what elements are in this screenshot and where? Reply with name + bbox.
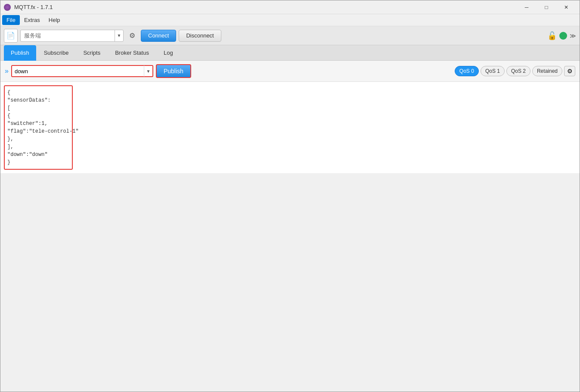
message-content[interactable]: { "sensorDatas": [ { "switcher":1, "flag… xyxy=(4,85,73,170)
topic-nav-arrow[interactable]: » xyxy=(5,67,9,75)
disconnect-button[interactable]: Disconnect xyxy=(179,30,221,42)
broker-input[interactable] xyxy=(21,32,115,39)
options-button[interactable]: ⚙ xyxy=(564,66,575,76)
tabs-bar: Publish Subscribe Scripts Broker Status … xyxy=(0,45,580,61)
publish-area: » ▼ Publish QoS 0 QoS 1 QoS 2 Retained ⚙… xyxy=(0,61,580,173)
qos-group: QoS 0 QoS 1 QoS 2 Retained ⚙ xyxy=(455,66,575,76)
tab-subscribe[interactable]: Subscribe xyxy=(37,45,76,61)
menu-item-extras[interactable]: Extras xyxy=(20,15,44,25)
lock-icon: 🔓 xyxy=(547,31,557,40)
tab-broker-status[interactable]: Broker Status xyxy=(108,45,156,61)
topic-input-container: ▼ xyxy=(11,65,153,77)
app-icon xyxy=(4,4,11,11)
menu-bar: File Extras Help xyxy=(0,14,580,26)
topic-dropdown-button[interactable]: ▼ xyxy=(144,65,152,77)
title-bar-left: MQTT.fx - 1.7.1 xyxy=(4,4,53,11)
qos2-button[interactable]: QoS 2 xyxy=(506,66,530,76)
minimize-button[interactable]: ─ xyxy=(517,0,537,14)
topic-input[interactable] xyxy=(12,68,144,75)
retained-button[interactable]: Retained xyxy=(532,66,562,76)
topic-bar: » ▼ Publish QoS 0 QoS 1 QoS 2 Retained ⚙ xyxy=(0,61,580,82)
message-editor: { "sensorDatas": [ { "switcher":1, "flag… xyxy=(0,82,580,173)
toolbar-right-arrow: ≫ xyxy=(570,32,576,39)
title-bar-controls: ─ □ ✕ xyxy=(517,0,576,14)
connection-status-dot xyxy=(559,32,567,40)
broker-input-container: ▼ xyxy=(20,30,124,42)
document-icon: 📄 xyxy=(6,31,15,40)
new-connection-button[interactable]: 📄 xyxy=(4,29,18,43)
options-icon: ⚙ xyxy=(567,68,573,75)
toolbar: 📄 ▼ ⚙ Connect Disconnect 🔓 ≫ xyxy=(0,26,580,45)
tab-publish[interactable]: Publish xyxy=(4,45,36,61)
title-bar: MQTT.fx - 1.7.1 ─ □ ✕ xyxy=(0,0,580,14)
maximize-button[interactable]: □ xyxy=(537,0,556,14)
broker-dropdown-button[interactable]: ▼ xyxy=(115,30,123,41)
connect-button[interactable]: Connect xyxy=(141,30,176,42)
qos1-button[interactable]: QoS 1 xyxy=(481,66,505,76)
settings-button[interactable]: ⚙ xyxy=(126,30,138,42)
close-button[interactable]: ✕ xyxy=(556,0,576,14)
tab-log[interactable]: Log xyxy=(157,45,180,61)
qos0-button[interactable]: QoS 0 xyxy=(455,66,479,76)
menu-item-help[interactable]: Help xyxy=(44,15,65,25)
publish-button[interactable]: Publish xyxy=(156,64,191,78)
app-title: MQTT.fx - 1.7.1 xyxy=(14,4,53,10)
tab-scripts[interactable]: Scripts xyxy=(76,45,107,61)
menu-item-file[interactable]: File xyxy=(2,15,20,25)
